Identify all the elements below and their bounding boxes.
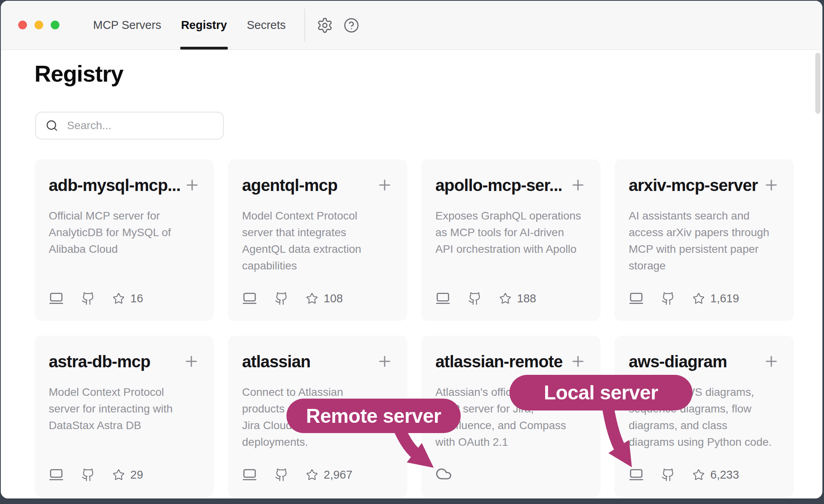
plus-icon (184, 177, 200, 193)
server-name: arxiv-mcp-server (629, 176, 758, 195)
settings-button[interactable] (316, 16, 334, 34)
add-server-button[interactable] (763, 177, 780, 195)
local-server-laptop-icon (435, 291, 450, 306)
star-count: 1,619 (710, 292, 739, 305)
card-footer: 2,967 (242, 467, 353, 482)
callout-local-server: Local server (509, 375, 692, 410)
star-count: 6,233 (710, 468, 739, 481)
server-grid: adb-mysql-mcp... Official MCP server for… (34, 159, 794, 497)
server-card-aws-diagram: aws-diagram Generate AWS diagrams, seque… (614, 336, 794, 497)
star-icon (499, 292, 511, 305)
tab-registry-label: Registry (181, 19, 227, 32)
star-icon (113, 469, 125, 481)
star-rating: 1,619 (692, 292, 739, 305)
star-icon (113, 292, 125, 305)
star-count: 2,967 (324, 468, 353, 481)
search-box[interactable] (35, 112, 224, 139)
star-rating: 108 (306, 292, 343, 305)
server-description: AI assistants search and access arXiv pa… (629, 208, 780, 274)
card-footer: 29 (49, 467, 143, 482)
tab-registry[interactable]: Registry (181, 1, 227, 50)
card-footer: 188 (435, 291, 536, 306)
card-footer: 108 (242, 291, 343, 306)
search-input[interactable] (66, 119, 218, 132)
star-icon (692, 469, 705, 481)
active-tab-underline (180, 47, 228, 50)
page-title: Registry (34, 60, 123, 87)
plus-icon (570, 353, 586, 370)
plus-icon (376, 177, 393, 193)
local-server-laptop-icon (49, 467, 64, 482)
server-card-adb-mysql-mcp: adb-mysql-mcp... Official MCP server for… (34, 159, 214, 321)
github-icon[interactable] (275, 292, 288, 305)
star-count: 188 (517, 292, 536, 305)
close-window-button[interactable] (18, 21, 27, 29)
local-server-laptop-icon (629, 291, 644, 306)
star-icon (306, 469, 318, 481)
card-footer: 1,619 (629, 291, 739, 306)
github-icon[interactable] (468, 292, 482, 305)
tab-secrets[interactable]: Secrets (247, 1, 286, 50)
scrollbar-thumb[interactable] (815, 53, 820, 114)
server-card-astra-db-mcp: astra-db-mcp Model Context Protocol serv… (34, 336, 214, 497)
zoom-window-button[interactable] (51, 21, 59, 29)
local-server-laptop-icon (242, 291, 257, 306)
card-footer: 16 (49, 291, 143, 306)
server-name: astra-db-mcp (49, 352, 150, 371)
server-card-arxiv-mcp-server: arxiv-mcp-server AI assistants search an… (614, 159, 794, 321)
add-server-button[interactable] (570, 177, 586, 195)
add-server-button[interactable] (183, 353, 200, 371)
github-icon[interactable] (81, 468, 95, 482)
star-rating: 188 (499, 292, 536, 305)
titlebar: MCP Servers Registry Secrets (1, 1, 822, 50)
server-description: Exposes GraphQL operations as MCP tools … (435, 208, 586, 258)
plus-icon (763, 353, 780, 370)
plus-icon (570, 177, 586, 193)
star-rating: 6,233 (692, 468, 739, 481)
window-controls (18, 21, 59, 29)
server-description: Official MCP server for AnalyticDB for M… (49, 208, 200, 258)
server-name: adb-mysql-mcp... (49, 176, 181, 195)
server-description: Model Context Protocol server for intera… (49, 384, 200, 434)
card-footer: 6,233 (629, 467, 739, 482)
server-name: atlassian-remote (435, 352, 563, 371)
github-icon[interactable] (661, 468, 675, 482)
star-icon (692, 292, 705, 305)
remote-server-cloud-icon (435, 466, 452, 482)
add-server-button[interactable] (376, 177, 393, 195)
add-server-button[interactable] (763, 353, 780, 371)
local-server-laptop-icon (629, 467, 644, 482)
star-count: 29 (130, 468, 143, 481)
star-rating: 16 (113, 292, 143, 305)
server-name: atlassian (242, 352, 311, 371)
local-server-laptop-icon (242, 467, 257, 482)
server-card-apollo-mcp-server: apollo-mcp-ser... Exposes GraphQL operat… (421, 159, 601, 321)
star-rating: 2,967 (306, 468, 353, 481)
card-footer (435, 466, 452, 482)
callout-remote-server: Remote server (286, 399, 461, 433)
local-server-laptop-icon (49, 291, 64, 306)
star-count: 108 (324, 292, 343, 305)
gear-icon (317, 17, 333, 34)
help-icon (343, 17, 359, 33)
github-icon[interactable] (81, 292, 95, 305)
minimize-window-button[interactable] (34, 21, 43, 29)
star-count: 16 (130, 292, 143, 305)
main-tabs: MCP Servers Registry Secrets (93, 1, 286, 50)
server-name: aws-diagram (629, 352, 727, 371)
server-description: Model Context Protocol server that integ… (242, 208, 393, 274)
server-name: apollo-mcp-ser... (435, 176, 562, 195)
server-card-agentql-mcp: agentql-mcp Model Context Protocol serve… (228, 159, 407, 321)
add-server-button[interactable] (184, 177, 200, 195)
plus-icon (183, 353, 200, 370)
titlebar-divider (304, 9, 305, 42)
help-button[interactable] (342, 16, 360, 34)
add-server-button[interactable] (376, 353, 393, 371)
tab-mcp-servers[interactable]: MCP Servers (93, 1, 161, 50)
server-name: agentql-mcp (242, 176, 338, 195)
github-icon[interactable] (275, 468, 288, 482)
github-icon[interactable] (661, 292, 675, 305)
search-icon (46, 119, 58, 132)
star-rating: 29 (113, 468, 143, 481)
add-server-button[interactable] (570, 353, 586, 371)
